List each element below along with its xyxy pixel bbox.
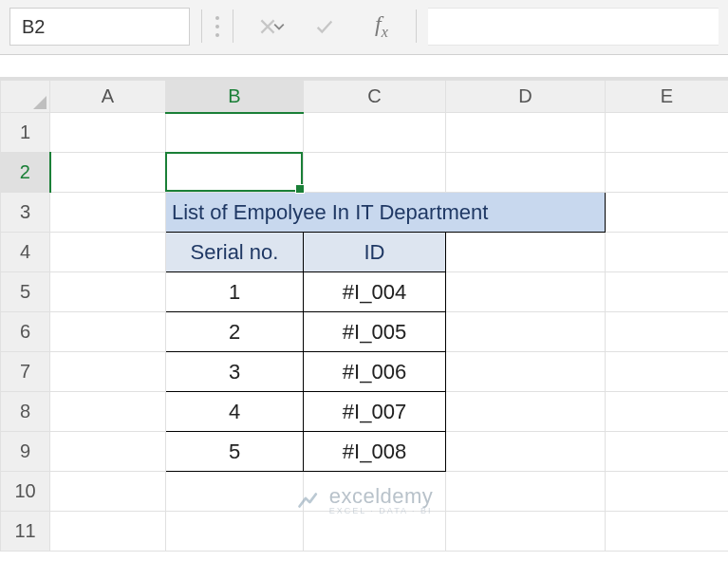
cell-E11[interactable] bbox=[606, 512, 729, 552]
row-header[interactable]: 6 bbox=[1, 312, 50, 352]
row-header[interactable]: 7 bbox=[1, 352, 50, 392]
cell-C1[interactable] bbox=[304, 113, 446, 153]
name-box[interactable] bbox=[9, 8, 190, 46]
cell-D9[interactable] bbox=[446, 432, 606, 472]
row-6: 6 2 #I_005 bbox=[1, 312, 729, 352]
cancel-button bbox=[245, 8, 290, 45]
cell-D1[interactable] bbox=[446, 113, 606, 153]
divider bbox=[416, 9, 417, 43]
cell-E4[interactable] bbox=[606, 233, 729, 272]
row-7: 7 3 #I_006 bbox=[1, 352, 729, 392]
cell-D11[interactable] bbox=[446, 512, 606, 552]
cell-C10[interactable] bbox=[304, 472, 446, 512]
cell-D4[interactable] bbox=[446, 233, 606, 272]
row-header[interactable]: 2 bbox=[1, 153, 50, 193]
cell-A2[interactable] bbox=[50, 153, 166, 193]
row-header[interactable]: 5 bbox=[1, 272, 50, 312]
x-icon bbox=[257, 16, 278, 37]
cell-B2[interactable] bbox=[166, 153, 304, 193]
select-all-corner[interactable] bbox=[1, 81, 50, 113]
cell-E5[interactable] bbox=[606, 272, 729, 312]
table-row[interactable]: 4 bbox=[166, 392, 304, 432]
cell-A10[interactable] bbox=[50, 472, 166, 512]
enter-button bbox=[302, 8, 347, 45]
col-header-B[interactable]: B bbox=[166, 81, 304, 113]
cell-E7[interactable] bbox=[606, 352, 729, 392]
table-row[interactable]: #I_008 bbox=[304, 432, 446, 472]
cell-A8[interactable] bbox=[50, 392, 166, 432]
cell-A3[interactable] bbox=[50, 193, 166, 233]
col-header-C[interactable]: C bbox=[304, 81, 446, 113]
cell-A6[interactable] bbox=[50, 312, 166, 352]
cell-A7[interactable] bbox=[50, 352, 166, 392]
cell-A5[interactable] bbox=[50, 272, 166, 312]
cell-C11[interactable] bbox=[304, 512, 446, 552]
cell-D5[interactable] bbox=[446, 272, 606, 312]
cell-E2[interactable] bbox=[606, 153, 729, 193]
table-header-serial[interactable]: Serial no. bbox=[166, 233, 304, 272]
spreadsheet-grid[interactable]: A B C D E 1 2 3 List of Empolyee In IT D… bbox=[0, 80, 728, 552]
row-header[interactable]: 4 bbox=[1, 233, 50, 272]
cell-C2[interactable] bbox=[304, 153, 446, 193]
divider bbox=[201, 9, 202, 43]
row-header[interactable]: 11 bbox=[1, 512, 50, 552]
row-2: 2 bbox=[1, 153, 729, 193]
cell-B11[interactable] bbox=[166, 512, 304, 552]
table-row[interactable]: 2 bbox=[166, 312, 304, 352]
row-header[interactable]: 10 bbox=[1, 472, 50, 512]
table-row[interactable]: #I_004 bbox=[304, 272, 446, 312]
table-row[interactable]: #I_006 bbox=[304, 352, 446, 392]
row-header[interactable]: 1 bbox=[1, 113, 50, 153]
cell-D10[interactable] bbox=[446, 472, 606, 512]
row-4: 4 Serial no. ID bbox=[1, 233, 729, 272]
cell-E8[interactable] bbox=[606, 392, 729, 432]
col-header-E[interactable]: E bbox=[606, 81, 729, 113]
row-10: 10 bbox=[1, 472, 729, 512]
formula-input[interactable] bbox=[428, 8, 719, 46]
cell-A4[interactable] bbox=[50, 233, 166, 272]
cell-D2[interactable] bbox=[446, 153, 606, 193]
col-header-A[interactable]: A bbox=[50, 81, 166, 113]
cell-B1[interactable] bbox=[166, 113, 304, 153]
cell-D6[interactable] bbox=[446, 312, 606, 352]
table-title[interactable]: List of Empolyee In IT Department bbox=[166, 193, 606, 233]
cell-E6[interactable] bbox=[606, 312, 729, 352]
sheet-table: A B C D E 1 2 3 List of Empolyee In IT D… bbox=[0, 80, 728, 552]
fx-icon: fx bbox=[375, 11, 388, 41]
cell-E10[interactable] bbox=[606, 472, 729, 512]
row-header[interactable]: 3 bbox=[1, 193, 50, 233]
divider bbox=[233, 9, 233, 43]
cell-A11[interactable] bbox=[50, 512, 166, 552]
table-row[interactable]: 3 bbox=[166, 352, 304, 392]
row-header[interactable]: 9 bbox=[1, 432, 50, 472]
row-3: 3 List of Empolyee In IT Department bbox=[1, 193, 729, 233]
cell-A1[interactable] bbox=[50, 113, 166, 153]
row-11: 11 bbox=[1, 512, 729, 552]
table-row[interactable]: #I_007 bbox=[304, 392, 446, 432]
check-icon bbox=[314, 16, 335, 37]
cell-E3[interactable] bbox=[606, 193, 729, 233]
cell-E9[interactable] bbox=[606, 432, 729, 472]
row-8: 8 4 #I_007 bbox=[1, 392, 729, 432]
formula-bar: fx bbox=[0, 0, 728, 55]
cell-D7[interactable] bbox=[446, 352, 606, 392]
name-box-input[interactable] bbox=[10, 16, 273, 38]
table-header-id[interactable]: ID bbox=[304, 233, 446, 272]
insert-function-button[interactable]: fx bbox=[359, 8, 404, 45]
ribbon-collapse-spacer bbox=[0, 55, 728, 80]
table-row[interactable]: 1 bbox=[166, 272, 304, 312]
row-9: 9 5 #I_008 bbox=[1, 432, 729, 472]
row-5: 5 1 #I_004 bbox=[1, 272, 729, 312]
col-header-D[interactable]: D bbox=[446, 81, 606, 113]
row-header[interactable]: 8 bbox=[1, 392, 50, 432]
cell-D8[interactable] bbox=[446, 392, 606, 432]
table-row[interactable]: #I_005 bbox=[304, 312, 446, 352]
cell-E1[interactable] bbox=[606, 113, 729, 153]
cell-A9[interactable] bbox=[50, 432, 166, 472]
row-1: 1 bbox=[1, 113, 729, 153]
grip-dots-icon bbox=[214, 8, 221, 45]
column-header-row: A B C D E bbox=[1, 81, 729, 113]
cell-B10[interactable] bbox=[166, 472, 304, 512]
table-row[interactable]: 5 bbox=[166, 432, 304, 472]
